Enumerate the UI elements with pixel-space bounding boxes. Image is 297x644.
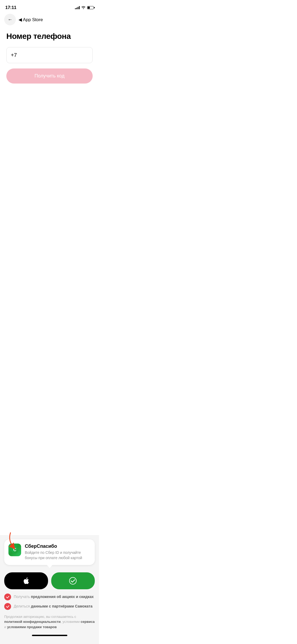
get-code-button[interactable]: Получить код [6, 68, 93, 84]
status-icons [75, 6, 94, 10]
back-button[interactable]: ← [4, 14, 16, 25]
main-content: Номер телефона Получить код [0, 27, 99, 84]
signal-icon [75, 6, 80, 9]
nav-bar: ← ◀ App Store [0, 12, 99, 27]
page-title: Номер телефона [6, 32, 93, 41]
status-time: 17:11 [5, 5, 16, 10]
app-store-label: ◀ App Store [18, 17, 43, 22]
back-arrow-icon: ← [8, 17, 12, 22]
phone-input-container[interactable] [6, 47, 93, 63]
phone-input[interactable] [11, 52, 88, 58]
battery-icon [87, 6, 94, 9]
wifi-icon [81, 6, 86, 10]
status-bar: 17:11 [0, 0, 99, 12]
